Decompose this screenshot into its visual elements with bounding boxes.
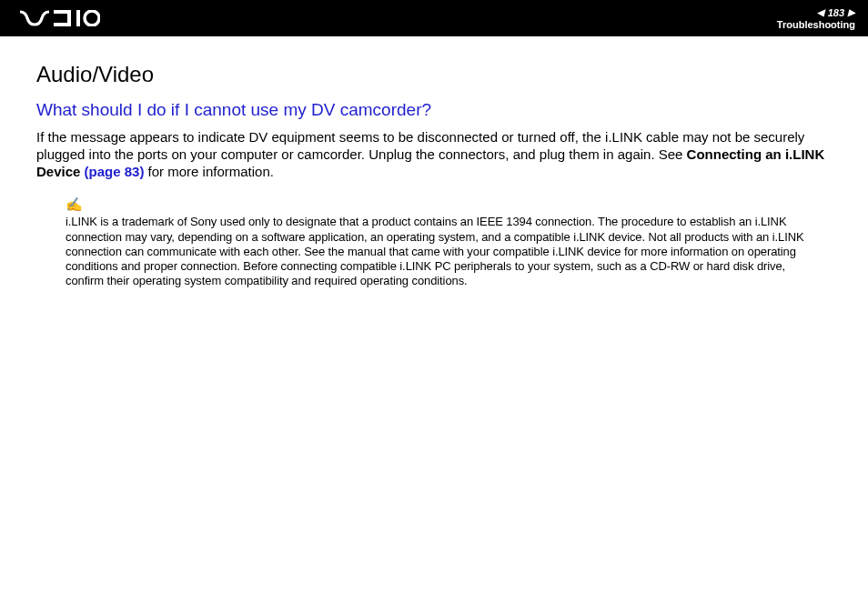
svg-point-1 [85,11,99,25]
header-right: ◀ 183 ▶ Troubleshooting [777,7,855,30]
page-content: Audio/Video What should I do if I cannot… [0,36,868,289]
section-heading: Audio/Video [36,62,832,87]
header-bar: ◀ 183 ▶ Troubleshooting [0,0,868,36]
next-page-arrow[interactable]: ▶ [848,7,855,17]
page-reference-link[interactable]: (page 83) [85,164,145,179]
page-number: 183 [828,7,844,18]
page-navigation: ◀ 183 ▶ [817,7,855,18]
body-text-part2: for more information. [144,164,274,179]
svg-rect-0 [76,10,80,26]
note-text: i.LINK is a trademark of Sony used only … [66,215,823,288]
question-heading: What should I do if I cannot use my DV c… [36,100,832,120]
note-icon: ✍ [66,196,823,213]
prev-page-arrow[interactable]: ◀ [817,7,824,17]
note-block: ✍ i.LINK is a trademark of Sony used onl… [66,196,823,288]
section-label: Troubleshooting [777,19,855,30]
body-paragraph: If the message appears to indicate DV eq… [36,129,832,180]
vaio-logo [20,10,100,26]
